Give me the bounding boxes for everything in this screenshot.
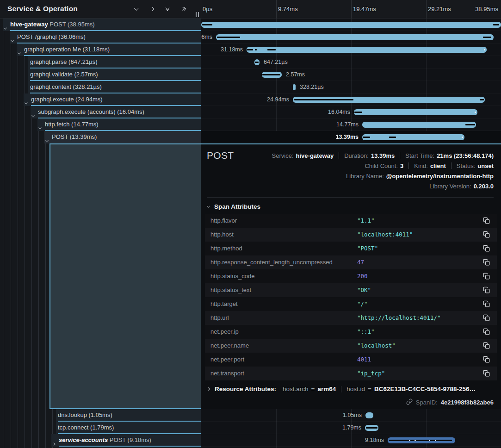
copy-icon[interactable] xyxy=(483,342,490,349)
tree-row[interactable]: subgraph.execute (accounts) (16.04ms) xyxy=(0,106,201,118)
link-icon[interactable] xyxy=(406,398,413,406)
attribute-key: http.status_text xyxy=(210,286,251,293)
copy-icon[interactable] xyxy=(483,273,490,280)
collapse-chevron-icon[interactable] xyxy=(25,98,27,106)
attribute-row: http.flavor"1.1" xyxy=(205,214,497,228)
attribute-key: net.peer.name xyxy=(210,342,249,349)
copy-icon[interactable] xyxy=(483,328,490,336)
tree-row[interactable]: POST (13.39ms) xyxy=(0,131,201,143)
tree-row[interactable]: graphql.execute (24.94ms) xyxy=(0,93,201,106)
collapse-chevron-icon[interactable] xyxy=(39,123,41,131)
panel-divider xyxy=(201,0,201,448)
span-attributes-toggle[interactable]: Span Attributes xyxy=(207,203,260,210)
copy-icon[interactable] xyxy=(483,231,490,238)
copy-icon[interactable] xyxy=(483,245,490,252)
copy-icon[interactable] xyxy=(483,314,490,322)
tree-row[interactable]: graphql.operation Me (31.18ms) xyxy=(0,44,201,56)
span-bar[interactable] xyxy=(201,22,501,28)
span-bar[interactable] xyxy=(293,97,485,103)
tree-row[interactable]: POST /graphql (36.06ms) xyxy=(0,31,201,44)
meta-key: Library Name: xyxy=(346,173,384,180)
span-bar[interactable] xyxy=(262,72,282,78)
copy-icon[interactable] xyxy=(483,286,490,294)
meta-value: 0.203.0 xyxy=(474,183,494,190)
child-span-mark xyxy=(202,24,212,25)
timeline-row: 13.39ms xyxy=(201,131,501,143)
tree-row[interactable]: service-accounts POST (9.18ms) xyxy=(0,434,201,447)
span-bar[interactable] xyxy=(365,412,373,418)
span-bar[interactable] xyxy=(388,437,455,443)
meta-value: 3 xyxy=(400,162,403,169)
attribute-value: "localhost" xyxy=(357,342,396,349)
meta-value: unset xyxy=(477,162,494,169)
span-end-dot xyxy=(475,112,476,113)
timeline-row: 9.18ms xyxy=(201,434,501,447)
tree-row[interactable]: tcp.connect (1.79ms) xyxy=(0,422,201,434)
collapse-chevron-icon[interactable] xyxy=(18,48,20,56)
collapse-chevron-icon[interactable] xyxy=(11,36,13,44)
collapse-one-icon[interactable] xyxy=(132,6,140,12)
tree-row[interactable]: http.fetch (14.77ms) xyxy=(0,118,201,131)
copy-icon[interactable] xyxy=(483,259,490,266)
meta-value: 21ms (23:56:48.174) xyxy=(437,152,494,159)
child-span-mark xyxy=(354,112,362,113)
child-span-mark xyxy=(267,49,276,50)
trace-viewer: 38.95mshive-gateway POST (38.95ms)36.06m… xyxy=(0,0,501,448)
child-span-mark xyxy=(389,137,396,138)
tree-row[interactable]: graphql.context (328.21µs) xyxy=(0,81,201,93)
span-end-dot xyxy=(484,49,485,50)
attribute-key: http.status_code xyxy=(210,273,254,280)
copy-icon[interactable] xyxy=(483,356,490,363)
resource-attributes-toggle[interactable]: Resource Attributes: host.arch=arm64host… xyxy=(207,386,476,392)
timeline-row: 38.95ms xyxy=(201,19,501,31)
meta-value: 13.39ms xyxy=(371,152,395,159)
copy-icon[interactable] xyxy=(483,370,490,377)
attribute-value: "OK" xyxy=(357,286,371,293)
span-bar[interactable] xyxy=(293,84,296,90)
panel-resize-handle[interactable] xyxy=(196,12,199,17)
span-duration-label: 2.57ms xyxy=(286,71,305,78)
child-span-dot xyxy=(414,440,416,442)
meta-key: Status: xyxy=(457,162,475,169)
span-meta-line: Child Count:3Kind:clientStatus:unset xyxy=(365,161,494,170)
tree-row[interactable]: hive-gateway POST (38.95ms) xyxy=(0,19,201,31)
child-span-mark xyxy=(247,49,253,50)
span-bar[interactable] xyxy=(354,109,477,115)
operation-name: POST (9.18ms) xyxy=(108,436,151,443)
tree-row[interactable]: graphql.parse (647.21µs) xyxy=(0,56,201,68)
attribute-value: "http://localhost:4011/" xyxy=(357,314,441,321)
collapse-chevron-icon[interactable] xyxy=(46,136,48,144)
timeline-row: 1.79ms xyxy=(201,422,501,434)
expand-one-icon[interactable] xyxy=(148,6,155,12)
timeline-row: 647.21µs xyxy=(201,56,501,68)
span-duration-label: 31.18ms xyxy=(221,46,243,53)
attribute-row: http.host"localhost:4011" xyxy=(205,228,497,242)
span-bar[interactable] xyxy=(365,425,378,431)
child-span-mark xyxy=(366,427,377,429)
span-bar[interactable] xyxy=(254,59,260,65)
span-bar[interactable] xyxy=(247,47,487,53)
expand-all-icon[interactable] xyxy=(179,6,187,12)
span-meta-line: Service:hive-gatewayDuration:13.39msStar… xyxy=(272,151,494,160)
tree-row[interactable]: graphql.validate (2.57ms) xyxy=(0,68,201,81)
span-attributes-table: http.flavor"1.1"http.host"localhost:4011… xyxy=(205,214,497,380)
collapse-chevron-icon[interactable] xyxy=(4,23,6,31)
copy-icon[interactable] xyxy=(483,300,490,308)
span-label: POST (13.39ms) xyxy=(52,133,97,140)
span-label: dns.lookup (1.05ms) xyxy=(58,411,112,418)
copy-icon[interactable] xyxy=(483,217,490,224)
span-bar[interactable] xyxy=(216,34,494,40)
expand-chevron-icon[interactable] xyxy=(53,439,55,447)
attribute-value: "1.1" xyxy=(357,217,375,224)
collapse-chevron-icon[interactable] xyxy=(32,111,34,119)
span-label: graphql.parse (647.21µs) xyxy=(30,58,98,65)
timeline-row: 1.05ms xyxy=(201,409,501,422)
span-label: service-accounts POST (9.18ms) xyxy=(59,436,151,443)
tree-header: Service & Operation xyxy=(0,0,201,19)
span-duration-label: 24.94ms xyxy=(267,96,289,103)
tree-row[interactable]: dns.lookup (1.05ms) xyxy=(0,409,201,422)
span-bar[interactable] xyxy=(362,122,476,128)
span-bar[interactable] xyxy=(362,134,464,140)
collapse-all-icon[interactable] xyxy=(164,6,171,12)
child-span-dot xyxy=(429,440,430,442)
